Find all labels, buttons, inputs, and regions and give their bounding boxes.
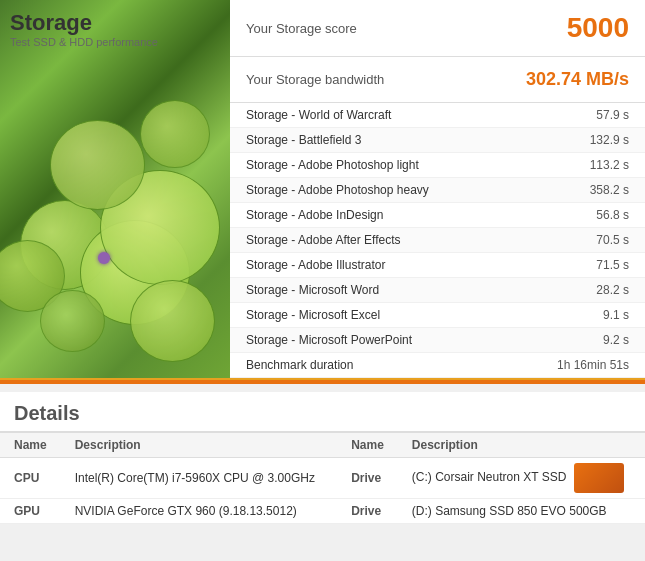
orange-divider <box>0 380 645 384</box>
benchmark-row: Benchmark duration 1h 16min 51s <box>230 353 645 378</box>
page-title: Storage <box>10 10 158 36</box>
details-title: Details <box>0 392 645 432</box>
benchmark-row: Storage - Microsoft PowerPoint 9.2 s <box>230 328 645 353</box>
top-section: Storage Test SSD & HDD performance Your … <box>0 0 645 380</box>
benchmark-row: Storage - Adobe After Effects 70.5 s <box>230 228 645 253</box>
benchmark-row: Storage - Adobe Illustrator 71.5 s <box>230 253 645 278</box>
benchmark-value: 1h 16min 51s <box>557 358 629 372</box>
benchmark-row: Storage - Microsoft Word 28.2 s <box>230 278 645 303</box>
benchmark-name: Storage - Adobe InDesign <box>246 208 383 222</box>
benchmarks-list: Storage - World of Warcraft 57.9 s Stora… <box>230 103 645 378</box>
bandwidth-label: Your Storage bandwidth <box>246 72 384 87</box>
row-label2: Drive <box>337 458 398 499</box>
benchmark-name: Benchmark duration <box>246 358 353 372</box>
image-panel: Storage Test SSD & HDD performance <box>0 0 230 378</box>
row-label: GPU <box>0 499 61 524</box>
benchmark-value: 71.5 s <box>596 258 629 272</box>
title-area: Storage Test SSD & HDD performance <box>10 10 158 48</box>
benchmark-name: Storage - Adobe Photoshop heavy <box>246 183 429 197</box>
benchmark-name: Storage - Adobe Illustrator <box>246 258 385 272</box>
col-description2: Description <box>398 433 645 458</box>
details-row: GPU NVIDIA GeForce GTX 960 (9.18.13.5012… <box>0 499 645 524</box>
benchmark-value: 358.2 s <box>590 183 629 197</box>
background-image <box>0 0 230 378</box>
details-section: Details Name Description Name Descriptio… <box>0 392 645 524</box>
bandwidth-row: Your Storage bandwidth 302.74 MB/s <box>230 57 645 103</box>
row-value2: (C:) Corsair Neutron XT SSD <box>398 458 645 499</box>
benchmark-value: 57.9 s <box>596 108 629 122</box>
benchmark-row: Storage - World of Warcraft 57.9 s <box>230 103 645 128</box>
benchmark-name: Storage - Adobe After Effects <box>246 233 401 247</box>
details-table: Name Description Name Description CPU In… <box>0 432 645 524</box>
benchmark-row: Storage - Adobe InDesign 56.8 s <box>230 203 645 228</box>
benchmark-name: Storage - Microsoft PowerPoint <box>246 333 412 347</box>
row-value2: (D:) Samsung SSD 850 EVO 500GB <box>398 499 645 524</box>
row-label2: Drive <box>337 499 398 524</box>
benchmark-name: Storage - Adobe Photoshop light <box>246 158 419 172</box>
page-subtitle: Test SSD & HDD performance <box>10 36 158 48</box>
row-label: CPU <box>0 458 61 499</box>
benchmark-row: Storage - Adobe Photoshop light 113.2 s <box>230 153 645 178</box>
col-description: Description <box>61 433 337 458</box>
app-container: Storage Test SSD & HDD performance Your … <box>0 0 645 524</box>
col-name2: Name <box>337 433 398 458</box>
benchmark-value: 113.2 s <box>590 158 629 172</box>
benchmark-value: 9.1 s <box>603 308 629 322</box>
benchmark-name: Storage - Microsoft Word <box>246 283 379 297</box>
benchmark-row: Storage - Microsoft Excel 9.1 s <box>230 303 645 328</box>
benchmark-name: Storage - Microsoft Excel <box>246 308 380 322</box>
benchmark-value: 28.2 s <box>596 283 629 297</box>
score-value: 5000 <box>567 12 629 44</box>
col-name: Name <box>0 433 61 458</box>
score-row: Your Storage score 5000 <box>230 0 645 57</box>
details-row: CPU Intel(R) Core(TM) i7-5960X CPU @ 3.0… <box>0 458 645 499</box>
benchmark-value: 132.9 s <box>590 133 629 147</box>
row-value: NVIDIA GeForce GTX 960 (9.18.13.5012) <box>61 499 337 524</box>
benchmark-row: Storage - Battlefield 3 132.9 s <box>230 128 645 153</box>
scores-panel: Your Storage score 5000 Your Storage ban… <box>230 0 645 378</box>
benchmark-row: Storage - Adobe Photoshop heavy 358.2 s <box>230 178 645 203</box>
benchmark-value: 9.2 s <box>603 333 629 347</box>
row-value: Intel(R) Core(TM) i7-5960X CPU @ 3.00GHz <box>61 458 337 499</box>
benchmark-name: Storage - Battlefield 3 <box>246 133 361 147</box>
bandwidth-value: 302.74 MB/s <box>526 69 629 90</box>
benchmark-value: 70.5 s <box>596 233 629 247</box>
benchmark-value: 56.8 s <box>596 208 629 222</box>
score-label: Your Storage score <box>246 21 357 36</box>
benchmark-name: Storage - World of Warcraft <box>246 108 391 122</box>
